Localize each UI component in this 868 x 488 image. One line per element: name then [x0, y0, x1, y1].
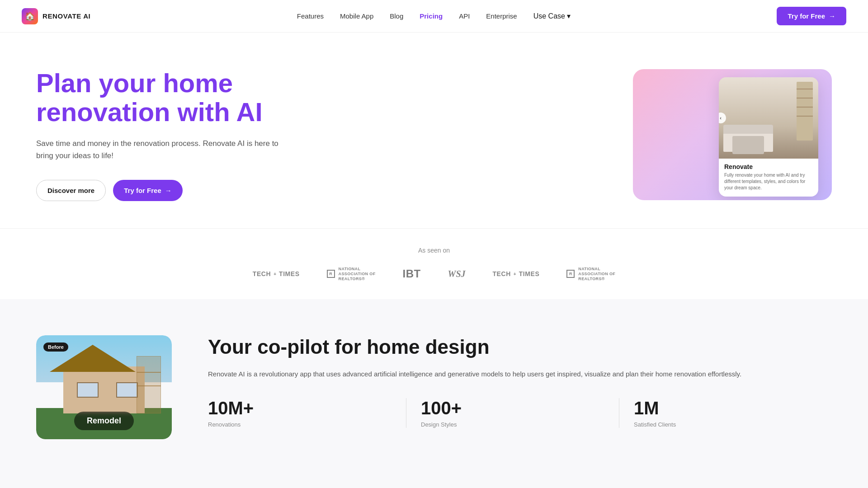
logo-icon: 🏠	[22, 8, 38, 24]
copilot-content: Your co-pilot for home design Renovate A…	[208, 335, 832, 427]
hero-section: Plan your home renovation with AI Save t…	[0, 33, 868, 228]
room-image: ‹	[719, 77, 818, 159]
hero-buttons: Discover more Try for Free →	[36, 180, 289, 201]
copilot-title: Your co-pilot for home design	[208, 335, 832, 359]
hero-subtitle: Save time and money in the renovation pr…	[36, 137, 289, 162]
stats-row: 10M+ Renovations 100+ Design Styles 1M S…	[208, 398, 832, 428]
try-for-free-button[interactable]: Try for Free →	[113, 180, 183, 201]
hero-preview-card: ‹ Renovate Fully renovate your home with…	[633, 69, 832, 200]
before-badge: Before	[43, 343, 68, 352]
copilot-section: Before Remodel Your co-pilot for home de…	[0, 299, 868, 475]
copilot-before-image: Before Remodel	[36, 335, 172, 439]
hero-content: Plan your home renovation with AI Save t…	[36, 69, 289, 201]
as-seen-label: As seen on	[36, 247, 832, 254]
nav-mobile-app[interactable]: Mobile App	[340, 12, 373, 20]
room-illustration	[719, 77, 818, 159]
remodel-badge: Remodel	[74, 412, 134, 430]
nav-try-free-button[interactable]: Try for Free →	[777, 7, 846, 25]
discover-more-button[interactable]: Discover more	[36, 180, 106, 201]
navbar: 🏠 RENOVATE AI Features Mobile App Blog P…	[0, 0, 868, 33]
logo-nar-1: R NATIONAL ASSOCIATION OF REALTORS®	[327, 267, 376, 281]
nav-enterprise[interactable]: Enterprise	[486, 12, 517, 20]
arrow-right-icon: →	[165, 187, 172, 194]
card-info: Renovate Fully renovate your home with A…	[719, 159, 818, 197]
logo-text: RENOVATE AI	[42, 12, 90, 20]
stat-design-styles: 100+ Design Styles	[406, 398, 619, 428]
nav-use-case[interactable]: Use Case ▾	[533, 12, 571, 20]
nav-links: Features Mobile App Blog Pricing API Ent…	[297, 12, 571, 20]
copilot-description: Renovate AI is a revolutionary app that …	[208, 368, 832, 380]
nav-features[interactable]: Features	[297, 12, 324, 20]
chevron-down-icon: ▾	[567, 12, 571, 20]
nav-blog[interactable]: Blog	[390, 12, 403, 20]
logo-wsj: WSJ	[448, 269, 466, 279]
hero-title: Plan your home renovation with AI	[36, 69, 289, 127]
logo-nar-2: R NATIONAL ASSOCIATION OF REALTORS®	[566, 267, 615, 281]
nav-api[interactable]: API	[459, 12, 470, 20]
as-seen-logos: TECH + TIMES R NATIONAL ASSOCIATION OF R…	[36, 267, 832, 281]
logo-tech-times-2: TECH + TIMES	[493, 270, 540, 277]
logo-ibt: IBT	[402, 267, 420, 280]
nav-pricing[interactable]: Pricing	[420, 12, 443, 20]
arrow-right-icon: →	[829, 12, 835, 20]
stat-renovations: 10M+ Renovations	[208, 398, 406, 428]
stat-clients: 1M Satisfied Clients	[619, 398, 832, 428]
as-seen-section: As seen on TECH + TIMES R NATIONAL ASSOC…	[0, 228, 868, 299]
logo-link[interactable]: 🏠 RENOVATE AI	[22, 8, 90, 24]
room-preview-card: ‹ Renovate Fully renovate your home with…	[719, 77, 818, 197]
logo-tech-times-1: TECH + TIMES	[253, 270, 300, 277]
hero-card-container: ‹ Renovate Fully renovate your home with…	[633, 69, 832, 200]
